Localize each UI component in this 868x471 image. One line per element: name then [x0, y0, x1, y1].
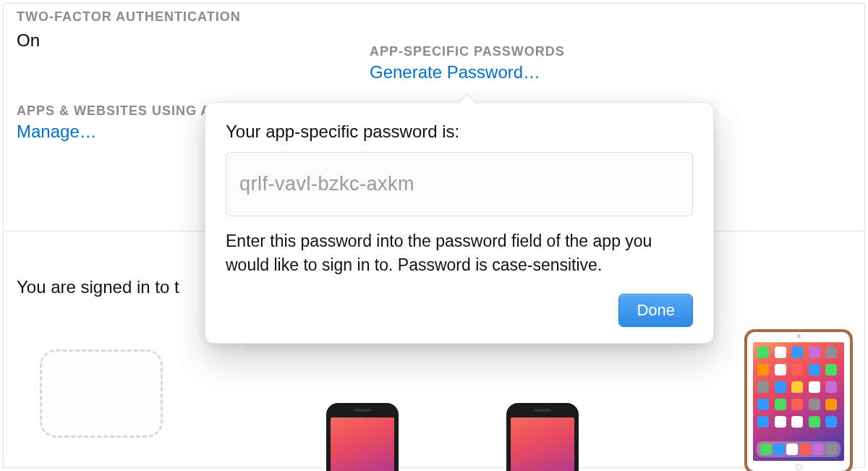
two-factor-section: TWO-FACTOR AUTHENTICATION On — [17, 9, 241, 51]
popover-actions: Done — [226, 294, 693, 327]
two-factor-label: TWO-FACTOR AUTHENTICATION — [17, 9, 241, 25]
device-placeholder[interactable] — [40, 349, 163, 438]
done-button[interactable]: Done — [618, 294, 693, 327]
two-factor-status: On — [17, 30, 241, 51]
device-iphone-1[interactable] — [326, 403, 399, 471]
signed-in-text: You are signed in to t — [17, 277, 179, 297]
generate-password-link[interactable]: Generate Password… — [370, 62, 540, 82]
settings-panel: TWO-FACTOR AUTHENTICATION On APPS & WEBS… — [3, 3, 865, 468]
popover-title: Your app-specific password is: — [226, 122, 693, 142]
app-specific-passwords-section: APP-SPECIFIC PASSWORDS Generate Password… — [370, 44, 565, 82]
device-ipad[interactable] — [744, 329, 853, 471]
popover-instruction: Enter this password into the password fi… — [226, 229, 693, 278]
generated-password-field[interactable] — [226, 152, 693, 216]
app-specific-passwords-label: APP-SPECIFIC PASSWORDS — [370, 44, 565, 59]
manage-link[interactable]: Manage… — [17, 122, 97, 142]
device-iphone-2[interactable] — [506, 403, 579, 471]
app-password-popover: Your app-specific password is: Enter thi… — [205, 102, 714, 344]
